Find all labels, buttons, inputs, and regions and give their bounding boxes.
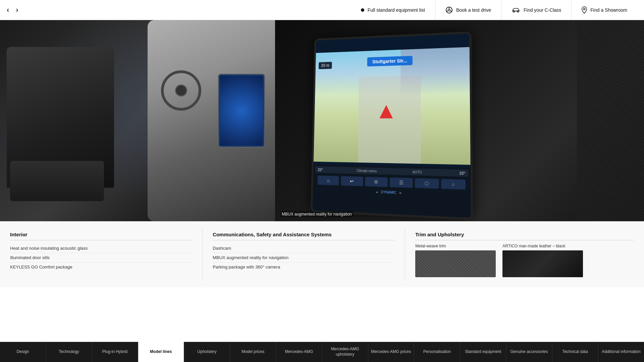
trim-features: Trim and Upholstery Metal-weave trim ART… (405, 228, 644, 281)
trim-swatch-1-label: Metal-weave trim (415, 244, 496, 248)
trim-title: Trim and Upholstery (415, 232, 634, 240)
interior-illustration (0, 20, 275, 221)
temp-left: 22° (318, 168, 323, 172)
distance-label: 20 m (319, 62, 332, 69)
seat-cushion (10, 161, 104, 201)
find-c-class-link[interactable]: Find your C-Class (501, 0, 571, 20)
auto-label: AUTO (413, 170, 422, 174)
steering-wheel-icon (445, 6, 453, 14)
tab-technology[interactable]: Technology (46, 342, 92, 362)
mbux-screen: Stuttgarter Str... 20 m (313, 34, 471, 218)
svg-line-3 (446, 10, 448, 11)
full-equipment-label: Full standard equipment list (368, 7, 425, 13)
test-drive-label: Book a test drive (456, 7, 491, 13)
mbux-btn-1[interactable]: ⌂ (317, 175, 339, 185)
tab-model-lines[interactable]: Model lines (138, 342, 184, 362)
bottom-navigation: Design Technology Plug-in Hybrid Model l… (0, 342, 644, 362)
tab-mercedes-amg[interactable]: Mercedes-AMG (276, 342, 322, 362)
full-equipment-link[interactable]: Full standard equipment list (351, 0, 435, 20)
features-section: Interior Heat and noise insulating acous… (0, 221, 644, 287)
mbux-image: Stuttgarter Str... 20 m (275, 20, 644, 221)
images-area: Stuttgarter Str... 20 m (0, 20, 644, 221)
tab-standard-equipment[interactable]: Standard equipment (460, 342, 506, 362)
dot-icon (361, 8, 364, 12)
tab-upholstery[interactable]: Upholstery (184, 342, 230, 362)
svg-line-4 (450, 10, 451, 11)
trim-swatch-1: Metal-weave trim (415, 244, 496, 277)
communications-item-3: Parking package with 360° camera (213, 262, 395, 272)
location-pin-icon (582, 6, 587, 14)
tab-additional-info[interactable]: Additional information (598, 342, 644, 362)
interior-title: Interior (10, 232, 192, 240)
communications-item-2: MBUX augmented reality for navigation (213, 253, 395, 262)
find-showroom-link[interactable]: Find a Showroom (571, 0, 637, 20)
tab-design[interactable]: Design (0, 342, 46, 362)
mbux-btn-2[interactable]: ↩ (341, 176, 363, 186)
tab-personalisation[interactable]: Personalisation (414, 342, 460, 362)
communications-item-1: Dashcam (213, 244, 395, 253)
nav-direction-arrow (379, 105, 393, 118)
test-drive-link[interactable]: Book a test drive (435, 0, 501, 20)
carbon-panel (577, 20, 644, 221)
ar-street-name: Stuttgarter Str... (367, 56, 413, 67)
mbux-btn-6[interactable]: ♪ (441, 179, 466, 190)
map-area: Stuttgarter Str... 20 m (314, 47, 471, 165)
image-caption: MBUX augmented reality for navigation (280, 211, 353, 217)
car-icon (512, 7, 520, 13)
communications-features: Communications, Safety and Assistance Sy… (203, 228, 405, 281)
interior-item-1: Heat and noise insulating acoustic glass (10, 244, 192, 253)
mbux-bottom-controls: 22° Climate menu AUTO 22° ⌂ ↩ ⚙ ☰ ⬡ (313, 164, 471, 218)
center-screen (218, 74, 265, 147)
mbux-screen-container: Stuttgarter Str... 20 m (311, 32, 473, 220)
mbux-btn-4[interactable]: ☰ (390, 177, 413, 188)
mbux-btn-3[interactable]: ⚙ (365, 177, 388, 187)
trim-swatch-1-image (415, 250, 496, 277)
interior-image (0, 20, 275, 221)
tab-model-prices[interactable]: Model prices (230, 342, 276, 362)
svg-point-8 (584, 8, 585, 10)
tab-plugin-hybrid[interactable]: Plug-in Hybrid (92, 342, 138, 362)
steering-wheel-visual (161, 70, 201, 111)
interior-features: Interior Heat and noise insulating acous… (0, 228, 203, 281)
trim-swatches: Metal-weave trim ARTICO man-made leather… (415, 244, 634, 277)
mbux-illustration: Stuttgarter Str... 20 m (275, 20, 644, 221)
mbux-btn-5[interactable]: ⬡ (415, 178, 439, 189)
svg-point-1 (448, 9, 450, 11)
tab-mercedes-amg-prices[interactable]: Mercedes-AMG prices (368, 342, 414, 362)
top-navigation: ‹ › Full standard equipment list Book a … (0, 0, 644, 20)
interior-item-3: KEYLESS GO Comfort package (10, 262, 192, 272)
climate-menu-label: Climate menu (357, 169, 377, 173)
tab-technical-data[interactable]: Technical data (552, 342, 598, 362)
tab-genuine-accessories[interactable]: Genuine accessories (506, 342, 552, 362)
tab-mercedes-amg-upholstery[interactable]: Mercedes-AMG upholstery (322, 342, 368, 362)
temp-right: 22° (460, 171, 466, 175)
communications-title: Communications, Safety and Assistance Sy… (213, 232, 395, 240)
next-button[interactable]: › (16, 6, 18, 14)
nav-links: Full standard equipment list Book a test… (351, 0, 637, 20)
trim-swatch-2-label: ARTICO man-made leather – black (502, 244, 583, 248)
interior-item-2: Illuminated door sills (10, 253, 192, 262)
find-c-class-label: Find your C-Class (524, 7, 561, 13)
prev-button[interactable]: ‹ (7, 6, 9, 14)
find-showroom-label: Find a Showroom (590, 7, 627, 13)
nav-arrows: ‹ › (7, 6, 18, 14)
trim-swatch-2: ARTICO man-made leather – black (502, 244, 583, 277)
drive-mode-label: DYNAMIC (381, 190, 396, 194)
trim-swatch-2-image (502, 250, 583, 277)
